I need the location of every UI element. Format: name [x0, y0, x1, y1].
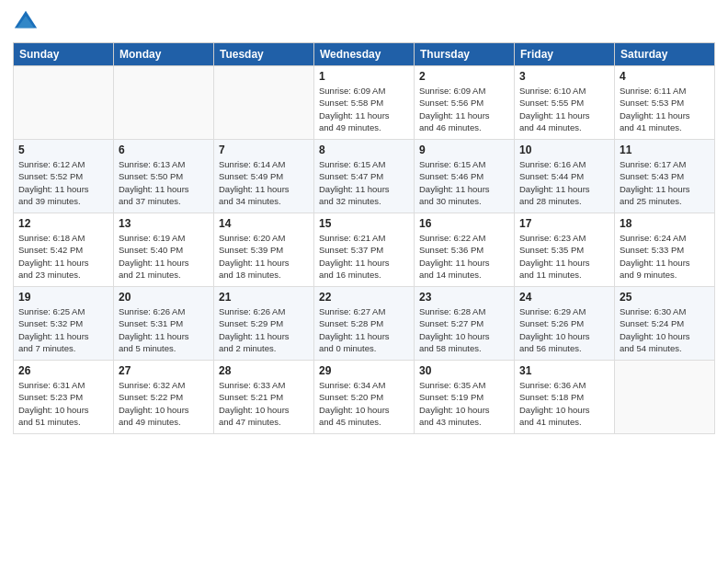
day-info: Sunrise: 6:32 AM Sunset: 5:22 PM Dayligh… — [119, 379, 209, 428]
day-number: 14 — [219, 217, 309, 230]
calendar-cell: 16Sunrise: 6:22 AM Sunset: 5:36 PM Dayli… — [415, 213, 515, 287]
day-number: 30 — [419, 364, 509, 377]
header — [13, 9, 715, 35]
calendar-cell: 15Sunrise: 6:21 AM Sunset: 5:37 PM Dayli… — [314, 213, 415, 287]
day-info: Sunrise: 6:18 AM Sunset: 5:42 PM Dayligh… — [18, 232, 108, 281]
day-number: 27 — [119, 364, 209, 377]
calendar-week-4: 19Sunrise: 6:25 AM Sunset: 5:32 PM Dayli… — [14, 287, 715, 361]
day-number: 18 — [620, 217, 710, 230]
weekday-header-saturday: Saturday — [615, 43, 715, 66]
day-info: Sunrise: 6:13 AM Sunset: 5:50 PM Dayligh… — [119, 158, 209, 207]
calendar-cell: 2Sunrise: 6:09 AM Sunset: 5:56 PM Daylig… — [415, 66, 515, 140]
day-info: Sunrise: 6:16 AM Sunset: 5:44 PM Dayligh… — [519, 158, 609, 207]
calendar-cell: 24Sunrise: 6:29 AM Sunset: 5:26 PM Dayli… — [515, 287, 615, 361]
day-info: Sunrise: 6:15 AM Sunset: 5:47 PM Dayligh… — [319, 158, 409, 207]
day-number: 6 — [119, 144, 209, 156]
day-info: Sunrise: 6:28 AM Sunset: 5:27 PM Dayligh… — [419, 305, 509, 354]
day-number: 28 — [219, 364, 309, 377]
calendar-cell: 3Sunrise: 6:10 AM Sunset: 5:55 PM Daylig… — [515, 66, 615, 140]
day-number: 25 — [620, 291, 710, 304]
day-number: 10 — [519, 144, 609, 156]
day-info: Sunrise: 6:27 AM Sunset: 5:28 PM Dayligh… — [319, 305, 409, 354]
calendar-cell: 8Sunrise: 6:15 AM Sunset: 5:47 PM Daylig… — [314, 140, 415, 213]
calendar-cell: 27Sunrise: 6:32 AM Sunset: 5:22 PM Dayli… — [114, 361, 214, 434]
calendar-cell — [615, 361, 715, 434]
day-number: 1 — [319, 70, 409, 83]
day-info: Sunrise: 6:11 AM Sunset: 5:53 PM Dayligh… — [620, 85, 710, 133]
day-number: 17 — [519, 217, 609, 230]
day-info: Sunrise: 6:15 AM Sunset: 5:46 PM Dayligh… — [419, 158, 509, 207]
calendar-cell: 19Sunrise: 6:25 AM Sunset: 5:32 PM Dayli… — [14, 287, 114, 361]
calendar-week-3: 12Sunrise: 6:18 AM Sunset: 5:42 PM Dayli… — [14, 213, 715, 287]
calendar-cell: 13Sunrise: 6:19 AM Sunset: 5:40 PM Dayli… — [114, 213, 214, 287]
calendar-cell: 25Sunrise: 6:30 AM Sunset: 5:24 PM Dayli… — [615, 287, 715, 361]
calendar-cell: 23Sunrise: 6:28 AM Sunset: 5:27 PM Dayli… — [415, 287, 515, 361]
weekday-header-thursday: Thursday — [415, 43, 515, 66]
calendar-cell: 4Sunrise: 6:11 AM Sunset: 5:53 PM Daylig… — [615, 66, 715, 140]
day-info: Sunrise: 6:36 AM Sunset: 5:18 PM Dayligh… — [519, 379, 609, 428]
weekday-row: SundayMondayTuesdayWednesdayThursdayFrid… — [14, 43, 715, 66]
calendar-week-1: 1Sunrise: 6:09 AM Sunset: 5:58 PM Daylig… — [14, 66, 715, 140]
weekday-header-monday: Monday — [114, 43, 214, 66]
day-info: Sunrise: 6:26 AM Sunset: 5:31 PM Dayligh… — [119, 305, 209, 354]
calendar-cell: 11Sunrise: 6:17 AM Sunset: 5:43 PM Dayli… — [615, 140, 715, 213]
day-number: 11 — [620, 144, 710, 156]
weekday-header-tuesday: Tuesday — [214, 43, 314, 66]
calendar-cell: 12Sunrise: 6:18 AM Sunset: 5:42 PM Dayli… — [14, 213, 114, 287]
day-number: 15 — [319, 217, 409, 230]
day-info: Sunrise: 6:09 AM Sunset: 5:58 PM Dayligh… — [319, 85, 409, 133]
calendar-cell: 21Sunrise: 6:26 AM Sunset: 5:29 PM Dayli… — [214, 287, 314, 361]
calendar-cell — [114, 66, 214, 140]
calendar-cell: 20Sunrise: 6:26 AM Sunset: 5:31 PM Dayli… — [114, 287, 214, 361]
day-info: Sunrise: 6:29 AM Sunset: 5:26 PM Dayligh… — [519, 305, 609, 354]
day-number: 24 — [519, 291, 609, 304]
calendar-cell: 6Sunrise: 6:13 AM Sunset: 5:50 PM Daylig… — [114, 140, 214, 213]
day-number: 31 — [519, 364, 609, 377]
day-number: 16 — [419, 217, 509, 230]
calendar-cell: 30Sunrise: 6:35 AM Sunset: 5:19 PM Dayli… — [415, 361, 515, 434]
calendar-cell: 14Sunrise: 6:20 AM Sunset: 5:39 PM Dayli… — [214, 213, 314, 287]
calendar-cell: 5Sunrise: 6:12 AM Sunset: 5:52 PM Daylig… — [14, 140, 114, 213]
calendar-table: SundayMondayTuesdayWednesdayThursdayFrid… — [13, 42, 715, 434]
day-info: Sunrise: 6:20 AM Sunset: 5:39 PM Dayligh… — [219, 232, 309, 281]
day-number: 21 — [219, 291, 309, 304]
day-number: 23 — [419, 291, 509, 304]
day-number: 22 — [319, 291, 409, 304]
calendar-cell: 28Sunrise: 6:33 AM Sunset: 5:21 PM Dayli… — [214, 361, 314, 434]
day-info: Sunrise: 6:10 AM Sunset: 5:55 PM Dayligh… — [519, 85, 609, 133]
day-info: Sunrise: 6:34 AM Sunset: 5:20 PM Dayligh… — [319, 379, 409, 428]
day-number: 8 — [319, 144, 409, 156]
day-info: Sunrise: 6:25 AM Sunset: 5:32 PM Dayligh… — [18, 305, 108, 354]
day-info: Sunrise: 6:14 AM Sunset: 5:49 PM Dayligh… — [219, 158, 309, 207]
calendar-body: 1Sunrise: 6:09 AM Sunset: 5:58 PM Daylig… — [14, 66, 715, 434]
day-info: Sunrise: 6:09 AM Sunset: 5:56 PM Dayligh… — [419, 85, 509, 133]
calendar-cell: 10Sunrise: 6:16 AM Sunset: 5:44 PM Dayli… — [515, 140, 615, 213]
calendar-week-2: 5Sunrise: 6:12 AM Sunset: 5:52 PM Daylig… — [14, 140, 715, 213]
logo — [13, 9, 42, 35]
day-info: Sunrise: 6:12 AM Sunset: 5:52 PM Dayligh… — [18, 158, 108, 207]
day-number: 9 — [419, 144, 509, 156]
day-number: 20 — [119, 291, 209, 304]
day-number: 5 — [18, 144, 108, 156]
calendar-cell: 18Sunrise: 6:24 AM Sunset: 5:33 PM Dayli… — [615, 213, 715, 287]
calendar-cell: 29Sunrise: 6:34 AM Sunset: 5:20 PM Dayli… — [314, 361, 415, 434]
calendar-cell: 22Sunrise: 6:27 AM Sunset: 5:28 PM Dayli… — [314, 287, 415, 361]
day-number: 29 — [319, 364, 409, 377]
day-info: Sunrise: 6:31 AM Sunset: 5:23 PM Dayligh… — [18, 379, 108, 428]
day-info: Sunrise: 6:19 AM Sunset: 5:40 PM Dayligh… — [119, 232, 209, 281]
calendar-cell: 31Sunrise: 6:36 AM Sunset: 5:18 PM Dayli… — [515, 361, 615, 434]
day-info: Sunrise: 6:33 AM Sunset: 5:21 PM Dayligh… — [219, 379, 309, 428]
day-number: 19 — [18, 291, 108, 304]
day-number: 26 — [18, 364, 108, 377]
day-number: 4 — [620, 70, 710, 83]
calendar-cell: 1Sunrise: 6:09 AM Sunset: 5:58 PM Daylig… — [314, 66, 415, 140]
day-info: Sunrise: 6:26 AM Sunset: 5:29 PM Dayligh… — [219, 305, 309, 354]
logo-icon — [13, 9, 39, 35]
day-info: Sunrise: 6:22 AM Sunset: 5:36 PM Dayligh… — [419, 232, 509, 281]
day-info: Sunrise: 6:21 AM Sunset: 5:37 PM Dayligh… — [319, 232, 409, 281]
day-info: Sunrise: 6:23 AM Sunset: 5:35 PM Dayligh… — [519, 232, 609, 281]
page: SundayMondayTuesdayWednesdayThursdayFrid… — [0, 0, 728, 563]
day-info: Sunrise: 6:24 AM Sunset: 5:33 PM Dayligh… — [620, 232, 710, 281]
calendar-week-5: 26Sunrise: 6:31 AM Sunset: 5:23 PM Dayli… — [14, 361, 715, 434]
day-number: 7 — [219, 144, 309, 156]
